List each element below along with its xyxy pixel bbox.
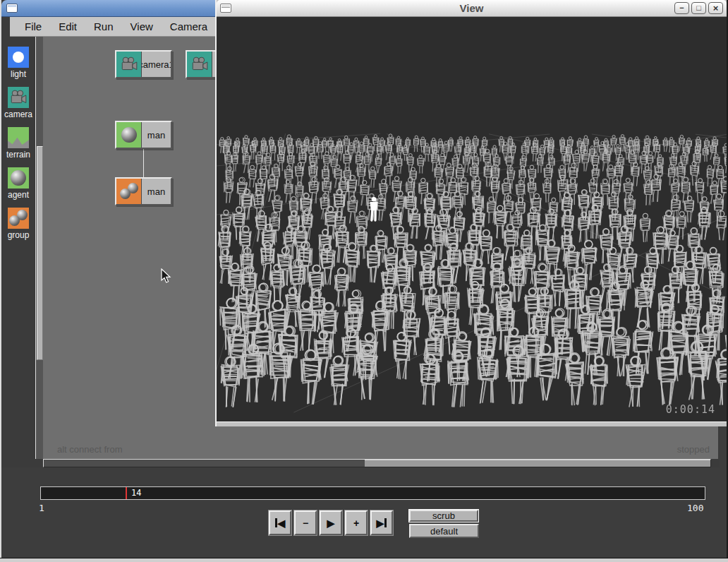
view-window-titlebar[interactable]: View − □ × <box>217 0 727 17</box>
menu-item-camera[interactable]: Camera <box>162 17 216 37</box>
default-button[interactable]: default <box>409 524 479 538</box>
node-label: camera1 <box>142 52 171 77</box>
horizontal-scrollbar[interactable] <box>43 459 711 467</box>
node-label: man <box>142 122 171 148</box>
start-bar-glyph <box>275 518 277 527</box>
play-button[interactable]: ▶ <box>320 510 342 535</box>
desktop-edge-left <box>0 0 1 562</box>
playback-timestamp: 0:00:14 <box>666 403 715 416</box>
camera-icon <box>116 52 142 77</box>
tool-group[interactable]: group <box>8 208 30 240</box>
horizontal-scrollbar-thumb[interactable] <box>365 460 710 467</box>
view-window-bottom-border <box>217 422 727 426</box>
desktop: File Edit Run View Camera Fr light <box>0 0 728 562</box>
node-man-agent[interactable]: man <box>115 121 172 149</box>
current-frame-label: 14 <box>131 488 141 498</box>
tool-camera[interactable]: camera <box>4 87 32 119</box>
tool-light[interactable]: light <box>8 47 29 79</box>
node-connector <box>143 149 144 177</box>
agent-icon <box>8 167 29 189</box>
go-to-start-button[interactable]: ◀ <box>269 510 291 535</box>
node-label: man <box>142 179 171 204</box>
agent-icon <box>116 122 142 148</box>
node-camera1[interactable]: camera1 <box>115 50 172 78</box>
tool-label: agent <box>8 190 29 200</box>
vertical-scrollbar-thumb[interactable] <box>37 146 43 360</box>
transport-controls: ◀ − ▶ + ▶ <box>269 510 393 535</box>
light-icon <box>8 47 29 68</box>
minimize-button[interactable]: − <box>674 2 689 14</box>
tool-palette: light camera terrain age <box>1 37 35 459</box>
step-forward-button[interactable]: + <box>345 510 368 535</box>
timeline-slider[interactable]: 14 <box>40 486 705 500</box>
menu-item-run[interactable]: Run <box>85 17 122 37</box>
timeline-range-start: 1 <box>39 503 44 513</box>
menu-item-file[interactable]: File <box>16 17 50 37</box>
maximize-button[interactable]: □ <box>691 2 706 14</box>
timeline-playhead[interactable] <box>126 487 127 499</box>
camera-icon <box>8 87 29 108</box>
scrub-button[interactable]: scrub <box>409 510 478 522</box>
tool-label: light <box>11 69 26 79</box>
tool-label: terrain <box>6 150 30 160</box>
tool-label: camera <box>4 109 32 119</box>
3d-viewport[interactable]: 0:00:14 <box>217 17 727 422</box>
menu-item-edit[interactable]: Edit <box>50 17 85 37</box>
view-window-title: View <box>217 2 727 14</box>
status-hint-text: alt connect from <box>57 444 123 455</box>
window-menu-icon[interactable] <box>6 4 18 13</box>
tool-label: group <box>8 230 30 240</box>
end-bar-glyph <box>384 518 387 527</box>
group-icon <box>8 208 29 229</box>
desktop-edge-bottom <box>0 558 728 562</box>
terrain-icon <box>8 127 29 148</box>
close-button[interactable]: × <box>708 2 723 14</box>
go-to-end-button[interactable]: ▶ <box>370 510 393 535</box>
status-playback-state: stopped <box>677 444 710 455</box>
crowd-render-canvas[interactable] <box>217 17 727 422</box>
vertical-scrollbar[interactable] <box>35 37 43 459</box>
menu-item-view[interactable]: View <box>122 17 162 37</box>
camera-icon <box>187 52 212 77</box>
tool-terrain[interactable]: terrain <box>6 127 30 160</box>
view-window: View − □ × 0:00:14 <box>215 0 728 426</box>
step-back-button[interactable]: − <box>294 510 317 535</box>
tool-agent[interactable]: agent <box>8 167 29 200</box>
node-man-group[interactable]: man <box>115 177 172 205</box>
mouse-cursor <box>161 268 172 284</box>
group-icon <box>116 179 142 204</box>
timeline-range-end: 100 <box>687 503 703 513</box>
